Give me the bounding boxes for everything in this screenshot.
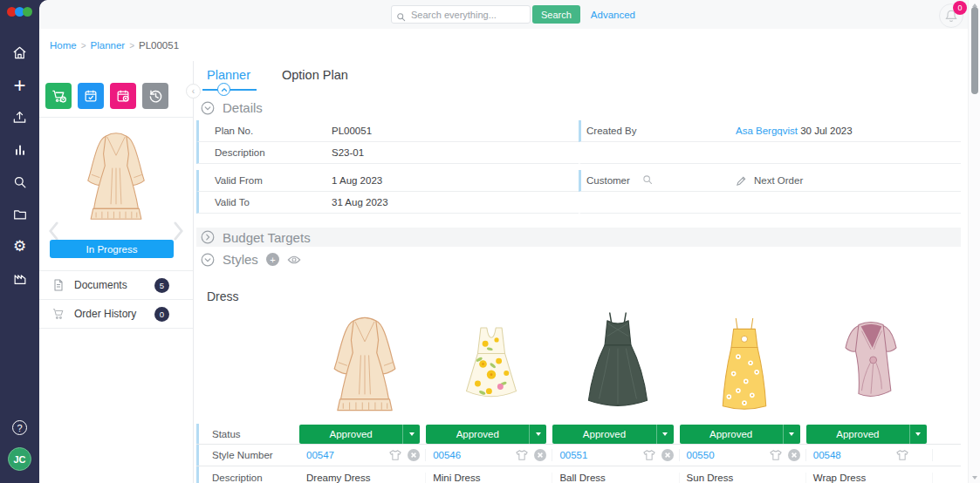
style-description: Sun Dress	[680, 473, 806, 483]
status-caret-icon	[529, 425, 546, 444]
style-description: Ball Dress	[552, 473, 679, 483]
home-icon[interactable]	[0, 37, 39, 69]
carousel-next-icon[interactable]	[173, 221, 184, 244]
details-empty-row	[579, 192, 961, 214]
plan-calendar-button[interactable]	[78, 83, 104, 109]
description-row: Description Dreamy Dress Mini Dress Ball…	[196, 466, 961, 483]
styles-collapse-icon[interactable]	[201, 253, 215, 267]
style-number-link[interactable]: 00550	[687, 450, 715, 460]
field-valid-from: Valid From 1 Aug 2023	[196, 170, 579, 192]
tab-option-plan[interactable]: Option Plan	[282, 68, 348, 82]
remove-style-icon[interactable]	[534, 449, 546, 461]
item-side-panel: In Progress Documents 5 Order History 0 …	[39, 61, 194, 483]
style-image-dreamy-dress[interactable]	[301, 303, 428, 420]
status-caret-icon	[402, 425, 420, 444]
status-select-00546[interactable]: Approved	[426, 425, 546, 444]
style-description: Wrap Dress	[806, 473, 933, 483]
remove-style-icon[interactable]	[661, 449, 674, 461]
remove-style-icon[interactable]	[408, 449, 420, 461]
order-history-count-badge: 0	[154, 307, 169, 322]
style-number-row: Style Number 00547 00546	[196, 445, 961, 466]
style-number-link[interactable]: 00548	[813, 450, 841, 460]
app-logo	[7, 7, 32, 17]
search-button[interactable]: Search	[532, 5, 580, 24]
field-description: Description S23-01	[196, 142, 579, 164]
details-empty-row	[579, 142, 961, 164]
collapse-panel-icon[interactable]: ‹	[186, 84, 201, 99]
logo-dot-green	[23, 7, 32, 17]
user-avatar[interactable]: JC	[8, 447, 31, 471]
field-valid-to: Valid To 31 Aug 2023	[196, 192, 579, 214]
description-value: S23-01	[332, 147, 364, 158]
tab-planner[interactable]: Planner	[207, 68, 250, 82]
style-images-row	[301, 303, 935, 420]
view-styles-icon[interactable]	[287, 255, 301, 265]
breadcrumb-planner[interactable]: Planner	[91, 40, 126, 51]
budget-targets-section[interactable]: Budget Targets	[196, 228, 961, 247]
notification-count-badge: 0	[953, 1, 967, 15]
notifications-button[interactable]: 0	[939, 3, 963, 28]
upload-icon[interactable]	[0, 101, 39, 133]
add-icon[interactable]: +	[0, 69, 39, 101]
documents-row[interactable]: Documents 5	[39, 271, 193, 299]
add-style-icon[interactable]: +	[266, 253, 279, 266]
folder-icon[interactable]	[0, 198, 39, 230]
field-created-by: Created By Asa Bergqvist 30 Jul 2023	[579, 120, 961, 142]
customer-lookup-icon[interactable]	[642, 174, 653, 187]
styles-title: Styles	[223, 252, 258, 267]
history-button[interactable]	[142, 83, 168, 109]
budget-targets-expand-icon[interactable]	[201, 230, 215, 244]
status-select-00551[interactable]: Approved	[552, 425, 673, 444]
search-icon[interactable]	[0, 166, 39, 198]
breadcrumb-current: PL00051	[139, 40, 179, 51]
category-label: Dress	[207, 289, 239, 303]
tshirt-icon[interactable]	[388, 449, 402, 461]
status-row: Status Approved Approved	[196, 424, 961, 445]
status-select-00550[interactable]: Approved	[680, 425, 800, 444]
valid-from-value[interactable]: 1 Aug 2023	[332, 175, 382, 186]
tshirt-icon[interactable]	[642, 449, 656, 461]
document-icon	[51, 278, 65, 292]
global-search-input[interactable]	[391, 5, 531, 24]
created-by-user-link[interactable]: Asa Bergqvist	[736, 126, 798, 136]
help-icon[interactable]: ?	[12, 420, 27, 435]
nav-rail: + ⚙ ? JC	[0, 0, 39, 483]
cart-icon	[51, 88, 67, 105]
vertical-scrollbar[interactable]	[968, 0, 980, 483]
details-collapse-icon[interactable]	[201, 101, 215, 115]
next-order-link[interactable]: Next Order	[736, 175, 803, 187]
tshirt-icon[interactable]	[515, 449, 529, 461]
style-image-mini-dress[interactable]	[428, 303, 554, 420]
factory-icon[interactable]	[0, 262, 39, 295]
search-field-icon	[396, 10, 406, 25]
order-cart-icon	[51, 307, 65, 321]
tshirt-icon[interactable]	[895, 449, 909, 461]
remove-style-icon[interactable]	[788, 449, 800, 461]
breadcrumb-home[interactable]: Home	[50, 40, 77, 51]
style-thumbnail-dreamy-dress[interactable]	[72, 127, 161, 228]
tshirt-icon[interactable]	[769, 449, 783, 461]
collapse-tab-icon[interactable]	[217, 83, 230, 96]
status-select-00547[interactable]: Approved	[299, 425, 420, 444]
style-number-link[interactable]: 00551	[559, 450, 587, 460]
history-icon	[147, 88, 164, 105]
status-caret-icon	[783, 425, 800, 444]
scroll-down-icon[interactable]	[972, 476, 977, 480]
style-image-sun-dress[interactable]	[682, 303, 808, 420]
valid-to-value[interactable]: 31 Aug 2023	[332, 197, 388, 207]
style-image-wrap-dress[interactable]	[808, 303, 935, 420]
planner-app: + ⚙ ? JC	[0, 0, 980, 483]
add-to-order-button[interactable]	[45, 83, 72, 109]
settings-gear-icon[interactable]: ⚙	[0, 230, 39, 262]
style-image-ball-dress[interactable]	[554, 303, 681, 420]
status-select-00548[interactable]: Approved	[806, 425, 927, 444]
scrollbar-thumb[interactable]	[971, 7, 978, 94]
analytics-icon[interactable]	[0, 133, 39, 166]
style-number-link[interactable]: 00546	[433, 450, 461, 460]
style-description: Dreamy Dress	[299, 473, 426, 483]
advanced-search-link[interactable]: Advanced	[591, 10, 635, 20]
order-history-row[interactable]: Order History 0	[39, 300, 193, 328]
schedule-cancel-button[interactable]	[110, 83, 136, 109]
workflow-status-button[interactable]: In Progress	[50, 240, 174, 258]
style-number-link[interactable]: 00547	[306, 450, 334, 460]
